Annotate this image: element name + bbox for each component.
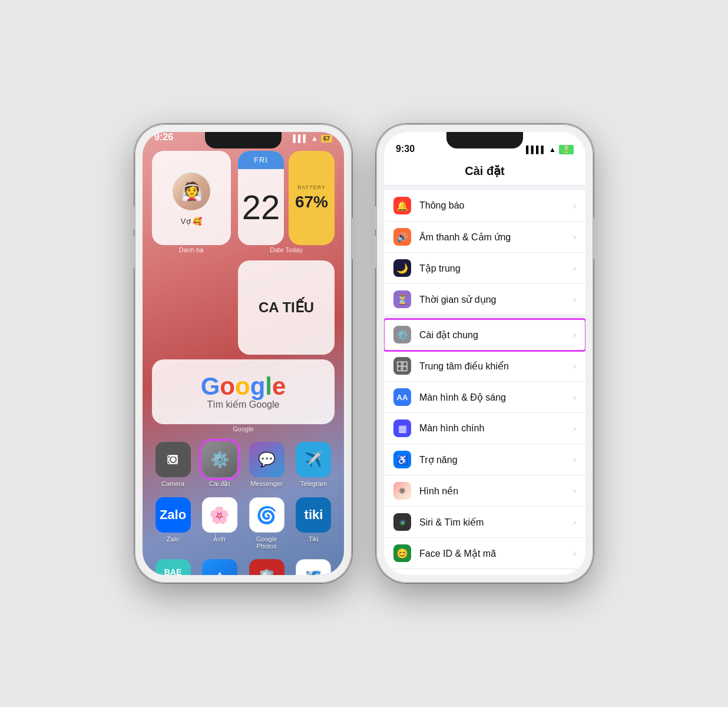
siri-icon: ◉ (393, 513, 411, 531)
app-baemin[interactable]: BAEMIN BAEMIN (154, 559, 191, 575)
svg-text:A: A (215, 570, 224, 575)
sound-glyph: 🔊 (396, 232, 408, 243)
contact-widget[interactable]: 👰 Vợ 🥰 (152, 151, 231, 245)
settings-row-sos[interactable]: SOS SOS khẩn cấp › (384, 569, 585, 575)
date-day: FRI (238, 151, 284, 169)
homescreen-chevron: › (573, 424, 576, 433)
volume-up-button[interactable] (133, 206, 135, 230)
face-icon: 😊 (396, 548, 408, 559)
settings-status-time: 9:30 (396, 144, 415, 154)
siri-chevron: › (573, 517, 576, 527)
camera-icon (155, 442, 191, 477)
settings-row-controlcenter[interactable]: 🎛️ Trung tâm điều khiển › (384, 351, 585, 382)
phone2-power[interactable] (593, 218, 595, 259)
display-icon: AA (393, 388, 411, 406)
contact-widget-label: Danh bạ (179, 246, 204, 256)
zalo-icon: Zalo (155, 497, 191, 533)
settings-row-sound[interactable]: 🔊 Âm thanh & Cảm ứng › (384, 222, 585, 253)
display-chevron: › (573, 392, 576, 402)
settings-row-accessibility[interactable]: ♿ Trợ năng › (384, 444, 585, 475)
power-button[interactable] (352, 218, 354, 259)
telegram-icon: ✈️ (296, 442, 331, 477)
app-camera[interactable]: Camera (154, 442, 191, 488)
settings-row-wallpaper[interactable]: ❋ Hình nền › (384, 475, 585, 507)
telegram-label: Telegram (300, 480, 327, 487)
focus-label: Tập trung (419, 263, 573, 274)
app-google-photos[interactable]: 🌀 Google Photos (247, 497, 286, 550)
wallpaper-chevron: › (573, 486, 576, 495)
google-widget[interactable]: Google Tìm kiếm Google (152, 359, 335, 424)
faceid-chevron: › (573, 549, 576, 558)
settings-title-bar: Cài đặt (384, 158, 585, 186)
settings-wifi-icon: ▲ (549, 146, 556, 154)
battery-widget-label: BATTERY (297, 184, 326, 190)
battery-widget[interactable]: BATTERY 67% (289, 151, 335, 245)
messenger-label: Messenger (250, 480, 282, 487)
app-appstore[interactable]: A App Store (201, 559, 238, 575)
screentime-label: Thời gian sử dụng (419, 294, 573, 305)
accessibility-chevron: › (573, 455, 576, 464)
contact-name: Vợ 🥰 (181, 217, 202, 226)
settings-row-siri[interactable]: ◉ Siri & Tìm kiếm › (384, 507, 585, 538)
tiki-label: Tiki (309, 536, 319, 543)
volume-down-button[interactable] (133, 236, 135, 268)
siri-glyph: ◉ (399, 518, 405, 526)
settings-row-notifications[interactable]: 🔔 Thông báo › (384, 190, 585, 222)
app-maps[interactable]: 🗺️ Google Maps (295, 559, 332, 575)
accessibility-icon: ♿ (393, 451, 411, 468)
ca-tieu-widget[interactable]: CA TIẾU (238, 260, 335, 355)
google-photos-label: Google Photos (247, 536, 286, 550)
status-icons: ▌▌▌ ▲ 67 (293, 134, 332, 143)
app-zalo[interactable]: Zalo Zalo (154, 497, 191, 550)
display-label: Màn hình & Độ sáng (419, 392, 573, 403)
faceid-icon: 😊 (393, 544, 411, 562)
app-authenticator[interactable]: 🛡️ Authenticator (247, 559, 286, 575)
settings-screen: 9:30 ▌▌▌▌ ▲ 🔋 Cài đặt 🔔 (384, 132, 585, 575)
contact-avatar: 👰 (171, 171, 212, 212)
faceid-label: Face ID & Mật mã (419, 548, 573, 559)
grid-icon: ▦ (398, 423, 407, 434)
accessibility-label: Trợ năng (419, 454, 573, 465)
svg-point-1 (171, 457, 176, 462)
authenticator-icon: 🛡️ (249, 559, 284, 575)
general-chevron: › (573, 330, 576, 339)
date-widget[interactable]: FRI 22 (238, 151, 284, 245)
flower-icon: ❋ (399, 486, 406, 495)
status-time: 9:26 (154, 132, 173, 143)
date-widget-label: Date Today (270, 246, 302, 256)
camera-label: Camera (161, 480, 184, 487)
google-widget-label: Google (233, 425, 253, 435)
focus-icon: 🌙 (393, 259, 411, 277)
phone2-notch (446, 132, 523, 148)
settings-page-title: Cài đặt (465, 164, 505, 177)
sound-icon: 🔊 (393, 228, 411, 246)
settings-row-general[interactable]: ⚙️ Cài đặt chung › (384, 319, 585, 351)
battery-percentage: 67% (295, 193, 328, 212)
app-telegram[interactable]: ✈️ Telegram (295, 442, 332, 488)
settings-row-display[interactable]: AA Màn hình & Độ sáng › (384, 382, 585, 413)
controlcenter-chevron: › (573, 361, 576, 371)
settings-row-faceid[interactable]: 😊 Face ID & Mật mã › (384, 538, 585, 569)
notifications-icon: 🔔 (393, 197, 411, 214)
settings-row-homescreen[interactable]: ▦ Màn hình chính › (384, 413, 585, 444)
settings-row-screentime[interactable]: ⏳ Thời gian sử dụng › (384, 284, 585, 315)
app-photos[interactable]: 🌸 Ảnh (201, 497, 238, 550)
app-tiki[interactable]: tiki Tiki (295, 497, 332, 550)
focus-chevron: › (573, 263, 576, 273)
phone2-volume-down[interactable] (374, 236, 376, 268)
phone2-volume-up[interactable] (374, 206, 376, 230)
app-messenger[interactable]: 💬 Messenger (247, 442, 286, 488)
settings-label: Cài đặt (209, 480, 230, 488)
baemin-icon: BAEMIN (155, 559, 191, 575)
app-settings[interactable]: ⚙️ Cài đặt (201, 442, 238, 488)
maps-icon: 🗺️ (296, 559, 331, 575)
settings-group-1: 🔔 Thông báo › 🔊 Âm thanh & Cảm ứng › (384, 190, 585, 315)
settings-battery-icon: 🔋 (559, 145, 574, 154)
sliders-icon: 🎛️ (396, 361, 408, 372)
google-logo: Google (201, 374, 286, 399)
settings-row-focus[interactable]: 🌙 Tập trung › (384, 253, 585, 284)
home-screen: 9:26 ▌▌▌ ▲ 67 👰 Vợ 🥰 Danh (143, 132, 344, 575)
settings-list: 🔔 Thông báo › 🔊 Âm thanh & Cảm ứng › (384, 186, 585, 575)
phone-1: 9:26 ▌▌▌ ▲ 67 👰 Vợ 🥰 Danh (134, 124, 352, 583)
ca-tieu-text: CA TIẾU (259, 299, 314, 316)
